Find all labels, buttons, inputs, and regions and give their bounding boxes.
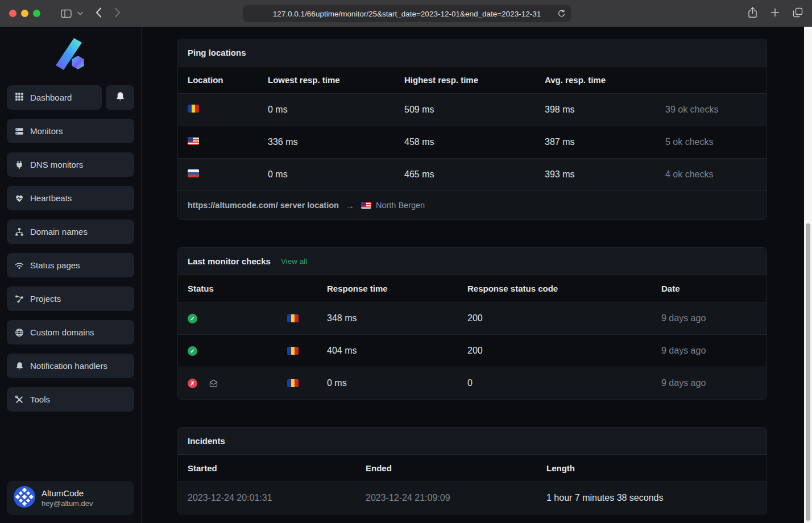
arrow-right-icon: → [346,201,354,210]
tab-overview-icon[interactable] [793,7,803,20]
table-row: 404 ms 200 9 days ago [178,334,767,367]
browser-chrome: 127.0.0.1/66uptime/monitor/25&start_date… [0,0,812,27]
column-header: Status [188,284,327,293]
response-status-code: 200 [467,346,661,356]
table-row: 2023-12-24 20:01:31 2023-12-24 21:09:09 … [178,482,767,514]
highest-resp-time: 458 ms [404,137,545,147]
column-header: Response time [327,284,467,293]
incident-started: 2023-12-24 20:01:31 [188,493,366,503]
server-location-footer: https://altumcode.com/ server location →… [178,190,767,219]
plug-icon [15,160,24,169]
view-all-link[interactable]: View all [281,257,307,265]
check-date: 9 days ago [661,378,757,388]
minimize-window-button[interactable] [21,10,28,17]
sidebar-item-dashboard[interactable]: Dashboard [7,85,102,110]
scrollbar-track[interactable] [804,27,812,523]
sidebar: Dashboard Monitors [0,27,142,523]
sidebar-toggle-icon[interactable] [61,9,72,18]
column-header: Ended [366,463,546,473]
column-header: Lowest resp. time [268,75,404,85]
romania-flag-icon [287,314,299,322]
table-header-row: Started Ended Length [178,455,767,482]
lowest-resp-time: 336 ms [268,137,404,147]
ok-checks-count: 39 ok checks [665,105,757,115]
sidebar-item-monitors[interactable]: Monitors [7,119,134,143]
ping-locations-card: Ping locations Location Lowest resp. tim… [177,39,767,220]
sidebar-item-tools[interactable]: Tools [7,387,134,412]
wifi-icon [15,261,24,270]
avg-resp-time: 398 ms [545,105,665,115]
incident-ended: 2023-12-24 21:09:09 [366,493,546,503]
close-window-button[interactable] [9,10,16,17]
forward-button[interactable] [114,7,121,20]
incident-length: 1 hour 7 minutes 38 seconds [546,493,757,503]
globe-icon [15,328,24,337]
response-status-code: 200 [467,313,661,323]
main-content: Ping locations Location Lowest resp. tim… [142,27,812,523]
table-row: 336 ms 458 ms 387 ms 5 ok checks [178,126,767,158]
user-email: hey@altum.dev [42,499,93,508]
table-row: 348 ms 200 9 days ago [178,302,767,334]
sidebar-item-notification-handlers[interactable]: Notification handlers [7,354,134,378]
sidebar-item-custom-domains[interactable]: Custom domains [7,320,134,344]
sidebar-item-label: Custom domains [30,327,94,337]
romania-flag-icon [188,105,199,113]
lowest-resp-time: 0 ms [268,169,404,180]
sidebar-item-domain-names[interactable]: Domain names [7,219,134,244]
table-row: 0 ms 509 ms 398 ms 39 ok checks [178,93,767,126]
table-row: 0 ms 465 ms 393 ms 4 ok checks [178,158,767,190]
tools-icon [15,395,24,404]
notifications-button[interactable] [106,85,134,110]
ok-checks-count: 4 ok checks [665,169,757,180]
heart-pulse-icon [15,194,24,203]
bell-icon [15,362,24,371]
highest-resp-time: 465 ms [404,169,545,180]
refresh-icon[interactable] [557,9,566,20]
window-controls [9,10,40,17]
column-header: Highest resp. time [404,75,545,85]
russia-flag-icon [188,169,199,177]
sidebar-item-label: Tools [30,395,50,404]
sidebar-item-label: Notification handlers [30,361,107,371]
sidebar-item-label: DNS monitors [30,160,83,169]
user-account-card[interactable]: AltumCode hey@altum.dev [7,481,134,515]
server-location-label: https://altumcode.com/ server location [188,201,339,210]
share-icon[interactable] [748,7,757,20]
status-ok-icon [188,346,197,356]
new-tab-icon[interactable] [770,8,780,19]
zoom-window-button[interactable] [33,10,40,17]
sidebar-item-heartbeats[interactable]: Heartbeats [7,186,134,210]
incidents-card: Incidents Started Ended Length 2023-12-2… [177,427,767,514]
column-header: Response status code [467,284,661,293]
column-header: Location [188,75,268,85]
column-header: Length [546,463,757,473]
usa-flag-icon [361,202,371,209]
address-bar[interactable]: 127.0.0.1/66uptime/monitor/25&start_date… [243,5,571,22]
column-header: Date [661,284,757,293]
response-time: 348 ms [327,313,467,323]
response-time: 404 ms [327,346,467,356]
highest-resp-time: 509 ms [404,105,545,115]
status-ok-icon [188,314,197,323]
chevron-down-icon[interactable] [77,11,83,15]
server-icon [15,127,24,136]
usa-flag-icon [188,137,199,145]
sidebar-item-label: Domain names [30,227,88,236]
response-status-code: 0 [467,378,661,388]
table-header-row: Location Lowest resp. time Highest resp.… [178,67,767,93]
sidebar-item-dns-monitors[interactable]: DNS monitors [7,152,134,177]
response-time: 0 ms [327,378,467,388]
avg-resp-time: 393 ms [545,169,665,180]
sidebar-item-status-pages[interactable]: Status pages [7,253,134,277]
column-header: Started [188,463,366,473]
sitemap-icon [15,227,24,236]
status-fail-icon [188,379,197,388]
sidebar-item-label: Monitors [30,126,63,136]
last-monitor-checks-card: Last monitor checks View all Status Resp… [177,247,767,400]
check-date: 9 days ago [661,346,757,356]
avatar [14,486,35,510]
scrollbar-thumb[interactable] [806,223,810,521]
sidebar-item-projects[interactable]: Projects [7,287,134,311]
notification-sent-envelope-icon [209,379,218,388]
back-button[interactable] [96,7,102,20]
